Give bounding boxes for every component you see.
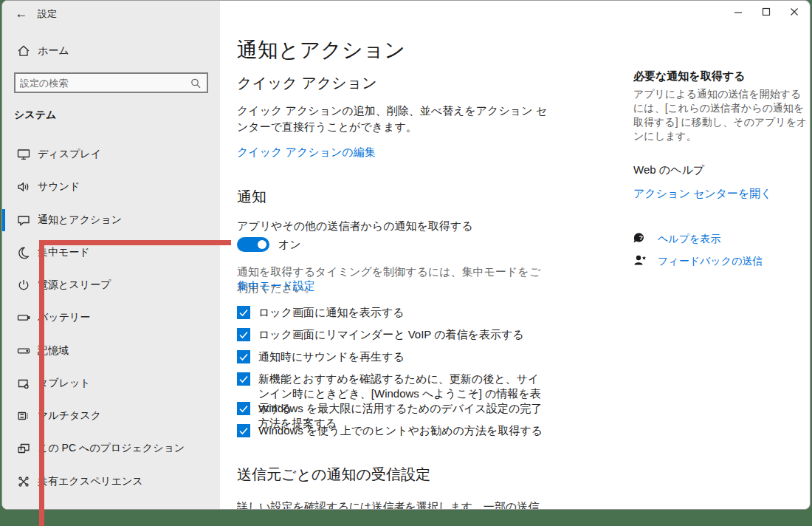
checkbox-checked-icon[interactable]	[237, 350, 250, 363]
send-feedback-icon	[633, 253, 647, 267]
send-feedback-link[interactable]: フィードバックの送信	[658, 255, 763, 268]
close-button[interactable]	[783, 4, 805, 21]
checkbox-row[interactable]: Windows を使う上でのヒントやお勧めの方法を取得する	[237, 423, 550, 438]
sidebar-item-label: 通知とアクション	[38, 214, 122, 227]
sidebar-item-storage[interactable]: 記憶域	[2, 338, 220, 364]
get-required-notifications-body: アプリによる通知の送信を開始するには、[これらの送信者からの通知を取得する] に…	[633, 87, 808, 143]
storage-icon	[16, 344, 31, 358]
home-icon	[16, 44, 31, 58]
checkbox-checked-icon[interactable]	[237, 372, 250, 386]
sidebar-item-label: ディスプレイ	[38, 148, 101, 161]
checkbox-checked-icon[interactable]	[237, 424, 250, 437]
checkbox-checked-icon[interactable]	[237, 402, 250, 415]
checkbox-row[interactable]: 通知時にサウンドを再生する	[237, 349, 550, 364]
sidebar-item-multitasking[interactable]: マルチタスク	[2, 403, 220, 429]
toggle-knob	[258, 240, 266, 249]
checkbox-checked-icon[interactable]	[237, 306, 250, 319]
checkbox-label: Windows を使う上でのヒントやお勧めの方法を取得する	[258, 423, 550, 438]
multitasking-icon	[16, 409, 31, 423]
sidebar-item-label: 共有エクスペリエンス	[38, 475, 143, 488]
sidebar-item-sound[interactable]: サウンド	[2, 174, 220, 200]
checkbox-row[interactable]: ロック画面に通知を表示する	[237, 305, 550, 320]
per-sender-description-clipped: 詳しい設定を確認するには送信者を選択します。一部の送信者は独自の通知設	[237, 499, 550, 509]
tablet-icon	[16, 376, 31, 391]
sidebar-item-shared-experiences[interactable]: 共有エクスペリエンス	[2, 468, 220, 495]
sidebar-item-label: 集中モード	[38, 246, 90, 259]
notifications-toggle-label: アプリやその他の送信者からの通知を取得する	[237, 218, 473, 234]
per-sender-heading: 送信元ごとの通知の受信設定	[237, 465, 430, 485]
checkbox-label: ロック画面に通知を表示する	[258, 305, 550, 320]
sidebar-item-battery[interactable]: バッテリー	[2, 304, 220, 331]
focus-assist-settings-link[interactable]: 集中モード設定	[237, 279, 315, 293]
get-required-notifications-heading: 必要な通知を取得する	[633, 69, 745, 83]
titlebar-left: ← 設定	[2, 1, 220, 27]
search-input[interactable]	[20, 75, 186, 91]
checkbox-label: ロック画面にリマインダーと VoIP の着信を表示する	[258, 327, 550, 342]
sidebar-item-label: 電源とスリープ	[38, 279, 111, 292]
battery-icon	[16, 310, 31, 325]
open-action-center-link[interactable]: アクション センターを開く	[633, 187, 772, 201]
quick-actions-heading: クイック アクション	[237, 73, 377, 93]
sound-icon	[16, 180, 31, 194]
back-button[interactable]: ←	[12, 4, 31, 24]
window-title: 設定	[38, 7, 57, 21]
sidebar-item-label: マルチタスク	[38, 409, 101, 423]
sidebar-item-notifications[interactable]: 通知とアクション	[2, 207, 220, 233]
power-sleep-icon	[16, 278, 31, 293]
selected-accent-bar	[2, 209, 5, 231]
page-title: 通知とアクション	[237, 36, 405, 64]
sidebar-item-home[interactable]: ホーム	[2, 38, 220, 64]
projection-icon	[16, 441, 31, 456]
quick-actions-description: クイック アクションの追加、削除、並べ替えをアクション センターで直接行うことが…	[237, 103, 550, 135]
sidebar-item-display[interactable]: ディスプレイ	[2, 141, 220, 168]
sidebar-item-power-sleep[interactable]: 電源とスリープ	[2, 272, 220, 298]
focus-assist-icon	[16, 245, 31, 260]
get-help-link[interactable]: ヘルプを表示	[658, 233, 720, 246]
sidebar-item-label: サウンド	[38, 180, 80, 194]
search-box	[14, 72, 208, 93]
sidebar: ← 設定 ホーム システム	[2, 1, 220, 509]
notifications-heading: 通知	[237, 187, 266, 207]
sidebar-item-label: バッテリー	[38, 311, 90, 324]
svg-text:?: ?	[639, 234, 644, 242]
per-sender-description-text: 詳しい設定を確認するには送信者を選択します。一部の送信者は独自の通知設	[237, 500, 539, 509]
sidebar-item-label: この PC へのプロジェクション	[38, 442, 185, 455]
checkbox-label: 通知時にサウンドを再生する	[258, 349, 550, 364]
sidebar-item-tablet[interactable]: タブレット	[2, 370, 220, 397]
sidebar-item-label: タブレット	[38, 377, 91, 390]
toggle-state-label: オン	[278, 238, 301, 252]
display-icon	[16, 147, 31, 162]
edit-quick-actions-link[interactable]: クイック アクションの編集	[237, 146, 376, 160]
search-icon[interactable]	[190, 78, 202, 89]
get-help-icon: ?	[632, 231, 648, 246]
notifications-icon	[16, 213, 31, 228]
settings-window: ← 設定 ホーム システム	[1, 0, 811, 510]
sidebar-section-system: システム	[14, 109, 56, 122]
annotation-line-vertical	[39, 240, 44, 526]
annotation-line-horizontal	[39, 240, 231, 245]
sidebar-item-projection[interactable]: この PC へのプロジェクション	[2, 435, 220, 462]
sidebar-item-label: ホーム	[38, 44, 69, 58]
checkbox-row[interactable]: ロック画面にリマインダーと VoIP の着信を表示する	[237, 327, 550, 342]
web-help-heading: Web のヘルプ	[633, 163, 704, 177]
checkbox-checked-icon[interactable]	[237, 328, 250, 341]
maximize-button[interactable]	[755, 4, 777, 21]
notifications-toggle[interactable]	[237, 237, 269, 252]
minimize-button[interactable]	[727, 4, 749, 21]
shared-experiences-icon	[16, 474, 31, 489]
